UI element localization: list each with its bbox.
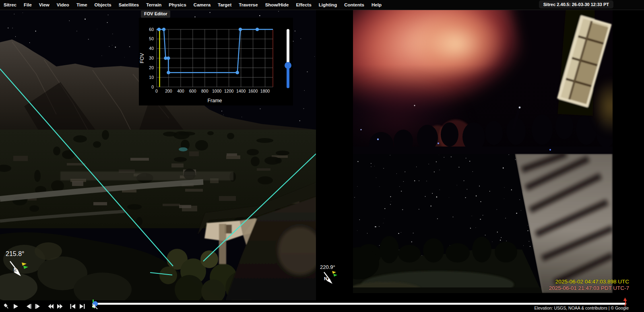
svg-text:FOV: FOV (139, 53, 145, 63)
foreground-band (353, 287, 546, 293)
menu-item-file[interactable]: File (20, 2, 35, 7)
window-layer (353, 10, 613, 154)
menu-item-objects[interactable]: Objects (91, 2, 115, 7)
menu-item-effects[interactable]: Effects (292, 2, 315, 7)
fov-slider-handle[interactable] (285, 62, 291, 69)
mute-button[interactable] (91, 302, 99, 310)
frame-forward-icon (35, 303, 41, 310)
svg-text:20: 20 (149, 65, 154, 70)
svg-text:10: 10 (149, 75, 154, 80)
compass-main-view: 215.8° N (4, 242, 36, 282)
version-badge: Sitrec 2.40.5: 26-03-30 12:33 PT (539, 0, 613, 8)
skip-to-end-icon (79, 303, 85, 310)
fast-forward-icon (57, 303, 63, 310)
menu-item-time[interactable]: Time (73, 2, 91, 7)
fov-chart[interactable]: 0200400600800100012001400160018000102030… (139, 18, 293, 105)
svg-text:1600: 1600 (248, 89, 258, 93)
heading-readout: 215.8° (6, 250, 24, 258)
menu-item-contents[interactable]: Contents (341, 2, 368, 7)
skip-to-start-icon (70, 303, 76, 310)
menu-item-traverse[interactable]: Traverse (235, 2, 261, 7)
menu-item-target[interactable]: Target (214, 2, 235, 7)
svg-text:30: 30 (149, 56, 154, 60)
menu-item-physics[interactable]: Physics (165, 2, 190, 7)
north-label: N (14, 267, 17, 272)
svg-text:60: 60 (149, 27, 154, 32)
fast-forward-button[interactable] (56, 302, 64, 310)
time-readout: 2025-06-02 04:47:03.898 UTC 2025-06-01 2… (549, 279, 629, 291)
svg-text:600: 600 (189, 89, 196, 93)
fov-editor-panel: FOV Editor 02004006008001000120014001600… (139, 10, 293, 105)
fov-editor-tab[interactable]: FOV Editor (141, 10, 170, 18)
timeline-scrubber-track[interactable] (95, 303, 626, 305)
svg-text:0: 0 (155, 89, 158, 93)
svg-text:Frame: Frame (207, 98, 222, 103)
map-attribution: Elevation: USGS, NOAA & contributors | ©… (534, 306, 629, 310)
video-view[interactable] (353, 10, 613, 154)
svg-text:1000: 1000 (212, 89, 222, 93)
pin-button[interactable] (2, 302, 10, 310)
skip-to-start-button[interactable] (68, 302, 77, 310)
svg-text:1200: 1200 (224, 89, 234, 93)
play-button[interactable] (11, 302, 20, 310)
frame-back-button[interactable] (24, 302, 33, 310)
rewind-icon (47, 303, 54, 310)
svg-text:400: 400 (177, 89, 184, 93)
lit-roof-row (60, 171, 233, 180)
skip-to-end-button[interactable] (78, 302, 86, 310)
camera-target-markers-icon (21, 262, 30, 271)
frame-back-icon (25, 303, 32, 310)
compass-secondary-view: 220.9° N (318, 264, 346, 296)
menu-item-satellites[interactable]: Satellites (115, 2, 143, 7)
frame-forward-button[interactable] (33, 302, 42, 310)
menu-item-video[interactable]: Video (53, 2, 73, 7)
svg-text:0: 0 (151, 85, 154, 89)
rewind-button[interactable] (46, 302, 55, 310)
svg-text:1800: 1800 (260, 89, 270, 93)
mute-icon (91, 303, 98, 310)
transport-buttons (2, 300, 99, 312)
render-scene (353, 154, 613, 293)
terrain-view-main[interactable]: FOV Editor 02004006008001000120014001600… (0, 10, 316, 300)
play-icon (12, 303, 19, 310)
svg-text:800: 800 (201, 89, 208, 93)
north-label: N (324, 276, 327, 281)
svg-text:40: 40 (149, 46, 154, 51)
svg-text:1400: 1400 (236, 89, 246, 93)
main-area: FOV Editor 02004006008001000120014001600… (0, 10, 644, 312)
local-time: 2025-06-01 21:47:03 PDT UTC-7 (549, 285, 629, 291)
utc-time: 2025-06-02 04:47:03.898 UTC (549, 279, 629, 285)
svg-text:200: 200 (165, 89, 172, 93)
menu-item-camera[interactable]: Camera (190, 2, 214, 7)
terrain-view-secondary[interactable] (353, 154, 613, 293)
menu-item-showhide[interactable]: Show/Hide (262, 2, 293, 7)
lit-window (537, 10, 613, 124)
heading-readout: 220.9° (320, 264, 335, 270)
menu-bar-items: SitrecFileViewVideoTimeObjectsSatellites… (0, 2, 385, 7)
fov-editor-body: 0200400600800100012001400160018000102030… (139, 18, 293, 105)
menu-item-help[interactable]: Help (368, 2, 385, 7)
pin-icon (3, 303, 10, 310)
menu-item-sitrec[interactable]: Sitrec (0, 2, 20, 7)
pool (179, 147, 188, 151)
menu-item-view[interactable]: View (35, 2, 53, 7)
camera-target-markers-icon (331, 271, 339, 279)
menu-item-terrain[interactable]: Terrain (142, 2, 165, 7)
menu-item-lighting[interactable]: Lighting (315, 2, 341, 7)
svg-text:50: 50 (149, 36, 154, 41)
transport-bar: Elevation: USGS, NOAA & contributors | ©… (0, 300, 644, 312)
